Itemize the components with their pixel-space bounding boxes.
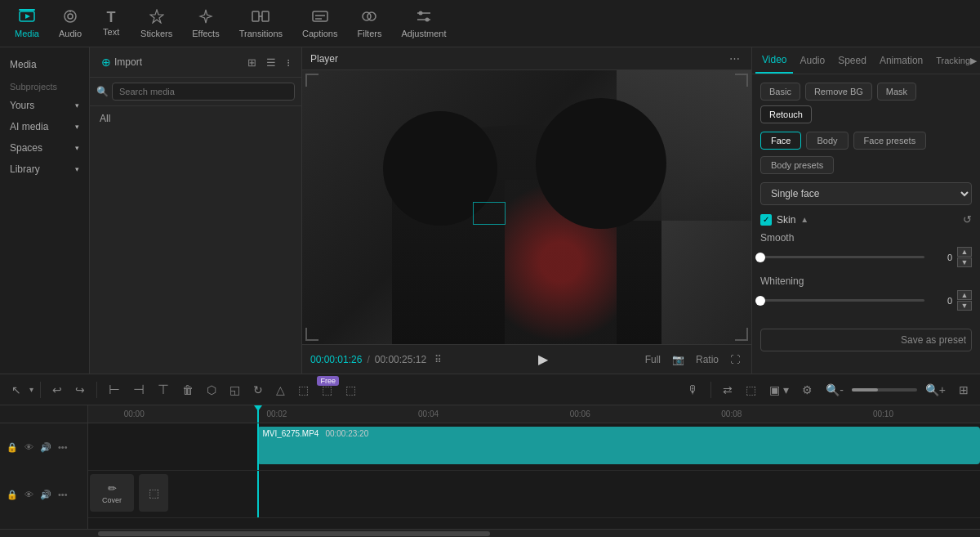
clip1-button[interactable]: ⬚ — [293, 381, 314, 399]
left-panel-yours[interactable]: Yours ▾ — [0, 95, 89, 116]
retouch-tab-retouch[interactable]: Retouch — [760, 105, 812, 123]
skin-reset-icon[interactable]: ↺ — [963, 213, 972, 226]
track2-audio-icon[interactable]: 🔊 — [38, 488, 53, 502]
ai-media-arrow-icon: ▾ — [75, 123, 79, 131]
smooth-decrement-button[interactable]: ▼ — [957, 257, 972, 267]
split-a-button[interactable]: ⊢ — [104, 379, 125, 400]
playhead-track1 — [257, 423, 259, 470]
retouch-tab-basic[interactable]: Basic — [760, 83, 800, 101]
track1-eye-icon[interactable]: 👁 — [23, 441, 35, 454]
toolbar-captions[interactable]: Captions — [294, 6, 345, 42]
delete-button[interactable]: 🗑 — [177, 381, 198, 399]
face-tab[interactable]: Face — [760, 132, 801, 150]
left-panel-library[interactable]: Library ▾ — [0, 159, 89, 180]
skin-checkbox[interactable] — [760, 214, 772, 226]
whitening-decrement-button[interactable]: ▼ — [957, 301, 972, 311]
body-presets-button[interactable]: Body presets — [760, 156, 834, 174]
whitening-track[interactable] — [760, 299, 924, 302]
face-presets-tab[interactable]: Face presets — [853, 132, 927, 150]
track2-item[interactable]: ⬚ — [139, 474, 168, 512]
toolbar-filters[interactable]: Filters — [349, 6, 390, 42]
timeline-scrollbar[interactable] — [0, 529, 980, 537]
track1-audio-icon[interactable]: 🔊 — [38, 441, 53, 454]
track2-more-icon[interactable]: ••• — [56, 488, 69, 501]
svg-rect-8 — [262, 11, 269, 21]
current-time[interactable]: 00:00:01:26 — [310, 354, 362, 365]
track2-eye-icon[interactable]: 👁 — [23, 488, 35, 501]
media-btn2[interactable]: ⬚ — [741, 381, 761, 399]
screenshot-button[interactable]: 📷 — [669, 352, 688, 367]
toolbar-media-label: Media — [15, 29, 39, 38]
track2-lock-icon[interactable]: 🔒 — [5, 488, 20, 502]
smooth-slider-row: Smooth 0 ▲ ▼ — [760, 232, 972, 267]
tab-video[interactable]: Video — [755, 47, 793, 74]
smooth-thumb[interactable] — [755, 253, 765, 262]
rotate-button[interactable]: ↻ — [248, 381, 268, 399]
track-type-button[interactable]: ▣ ▾ — [764, 381, 794, 399]
corner-tr — [735, 74, 748, 87]
video-clip-1[interactable]: MVI_6275.MP4 00:00:23:20 — [257, 427, 980, 464]
link-button[interactable]: ⇄ — [718, 381, 737, 399]
tab-audio[interactable]: Audio — [793, 48, 831, 73]
redo-button[interactable]: ↪ — [70, 381, 90, 399]
fullscreen-button[interactable]: ⛶ — [727, 352, 743, 367]
settings-button[interactable]: ⚙ — [797, 381, 817, 399]
whitening-thumb[interactable] — [755, 296, 765, 306]
full-label-button[interactable]: Full — [642, 352, 664, 367]
cover-item[interactable]: ✏ Cover — [90, 474, 134, 512]
smooth-increment-button[interactable]: ▲ — [957, 247, 972, 257]
triangle-button[interactable]: △ — [271, 381, 290, 399]
clip2-container: ⬚ Free — [317, 381, 337, 399]
tab-speed[interactable]: Speed — [831, 48, 873, 73]
ratio-button[interactable]: Ratio — [693, 352, 722, 367]
split-c-button[interactable]: ⊤ — [153, 379, 174, 400]
toolbar-captions-label: Captions — [302, 29, 337, 38]
frames-icon[interactable]: ⠿ — [431, 352, 445, 367]
scrollbar-thumb[interactable] — [98, 531, 490, 536]
zoom-out-button[interactable]: 🔍- — [821, 381, 849, 399]
track1-lock-icon[interactable]: 🔒 — [5, 441, 20, 454]
player-menu-button[interactable]: ⋯ — [726, 51, 743, 66]
undo-button[interactable]: ↩ — [47, 381, 67, 399]
list-view-button[interactable]: ☰ — [263, 55, 279, 70]
save-preset-button[interactable]: Save as preset — [760, 329, 972, 351]
tab-tracking[interactable]: Tracking▶ — [929, 49, 980, 73]
toolbar-stickers[interactable]: Stickers — [132, 6, 180, 42]
face-blur-right — [536, 98, 666, 229]
toolbar-effects[interactable]: Effects — [184, 6, 227, 42]
left-panel-media[interactable]: Media — [0, 54, 89, 75]
zoom-track[interactable] — [852, 388, 917, 392]
retouch-tab-mask[interactable]: Mask — [877, 83, 916, 101]
play-button[interactable]: ▶ — [538, 351, 548, 367]
mic-button[interactable]: 🎙 — [683, 381, 704, 399]
track1-more-icon[interactable]: ••• — [56, 441, 69, 454]
crop-button[interactable]: ◱ — [225, 381, 245, 399]
toolbar-media[interactable]: Media — [7, 6, 47, 42]
left-panel-spaces[interactable]: Spaces ▾ — [0, 137, 89, 159]
shield-button[interactable]: ⬡ — [202, 381, 221, 399]
import-button[interactable]: ⊕ Import — [96, 52, 147, 72]
toolbar-adjustment[interactable]: Adjustment — [393, 6, 454, 42]
left-panel: Media Subprojects Yours ▾ AI media ▾ Spa… — [0, 47, 90, 374]
timeline-area: ↖ ▾ ↩ ↪ ⊢ ⊣ ⊤ 🗑 ⬡ ◱ ↻ △ ⬚ ⬚ Free ⬚ 🎙 ⇄ ⬚… — [0, 374, 980, 537]
left-panel-ai-media[interactable]: AI media ▾ — [0, 116, 89, 137]
split-b-button[interactable]: ⊣ — [128, 379, 149, 400]
search-input[interactable] — [112, 83, 295, 101]
toolbar-text[interactable]: T Text — [93, 7, 129, 40]
clip3-button[interactable]: ⬚ — [341, 381, 361, 399]
tab-animation[interactable]: Animation — [873, 48, 929, 73]
filter-button[interactable]: ⫶ — [283, 55, 295, 70]
smooth-track[interactable] — [760, 256, 924, 258]
toolbar-audio[interactable]: Audio — [51, 6, 90, 42]
toolbar-transitions[interactable]: Transitions — [231, 6, 291, 42]
ruler-spacer — [0, 405, 87, 423]
zoom-in-button[interactable]: 🔍+ — [920, 381, 951, 399]
face-select[interactable]: Single face All faces — [760, 182, 972, 205]
body-tab[interactable]: Body — [806, 132, 848, 150]
more-options-button[interactable]: ⊞ — [954, 381, 973, 399]
total-time: 00:00:25:12 — [375, 354, 426, 365]
grid-view-button[interactable]: ⊞ — [244, 55, 260, 70]
retouch-tab-remove-bg[interactable]: Remove BG — [805, 83, 872, 101]
select-tool-button[interactable]: ↖ — [7, 381, 26, 399]
whitening-increment-button[interactable]: ▲ — [957, 290, 972, 300]
